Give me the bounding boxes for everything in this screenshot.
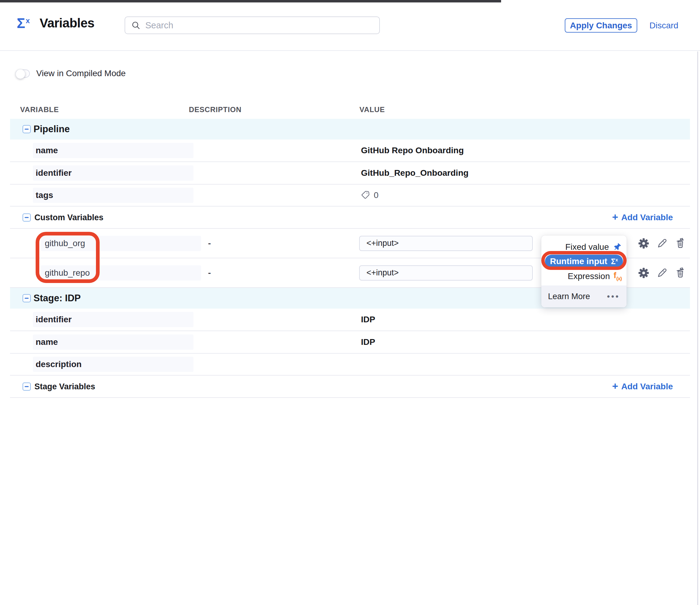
menu-item-expression[interactable]: Expression f(x) [568,270,622,283]
add-variable-label: Add Variable [621,212,673,222]
pencil-icon [656,237,668,249]
add-variable-button[interactable]: + Add Variable [612,212,673,222]
column-header-value: VALUE [359,105,385,114]
delete-button[interactable] [674,237,686,250]
compiled-mode-toggle[interactable] [16,70,30,78]
variable-name-chip: github_org [41,236,201,251]
edit-button[interactable] [656,267,668,279]
apply-changes-button[interactable]: Apply Changes [565,18,637,32]
variable-value: IDP [361,337,375,347]
row-tags: tags 0 [10,184,690,206]
trash-icon [674,267,686,279]
menu-item-fixed-value[interactable]: Fixed value [565,241,622,254]
tag-icon [360,190,371,200]
gear-icon [638,237,650,250]
add-variable-button[interactable]: + Add Variable [612,382,673,392]
variable-name-chip: github_repo [41,265,201,281]
page-title: Variables [40,16,95,30]
toggle-knob [16,69,25,79]
search-input[interactable] [145,20,373,30]
brand: Σx Variables [17,16,95,30]
trash-icon [674,237,686,249]
variable-description: - [208,268,211,278]
row-pipeline: Pipeline [10,119,690,140]
gear-icon [638,267,650,279]
settings-button[interactable] [638,237,650,250]
learn-more-link[interactable]: Learn More [548,292,590,301]
panel-right-border [697,51,698,605]
settings-button[interactable] [638,267,650,279]
tags-value: 0 [360,190,379,200]
section-label: Pipeline [33,124,70,135]
fx-icon: f(x) [614,271,622,282]
variables-panel: Σx Variables Apply Changes Discard View … [0,0,700,605]
variable-value: IDP [361,315,375,324]
collapse-icon[interactable] [23,213,31,222]
variable-value: GitHub Repo Onboarding [361,146,464,155]
pushpin-icon [612,243,622,252]
row-custom-variables: Custom Variables + Add Variable [10,206,690,229]
minus-glyph [25,217,29,218]
variable-name-chip: description [33,357,194,372]
menu-item-runtime-input[interactable]: Runtime input Σx [545,255,623,268]
menu-footer: Learn More ••• [541,285,627,307]
runtime-input-field[interactable]: <+input> [359,236,533,251]
collapse-icon[interactable] [23,125,31,133]
variable-name-chip: tags [33,188,194,203]
variable-name-chip: name [33,143,194,158]
row-stage-name: name IDP [10,331,690,354]
menu-item-label: Expression [568,272,610,281]
edit-button[interactable] [656,237,668,250]
row-stage-description: description [10,354,690,376]
collapse-icon[interactable] [23,382,31,390]
column-header-description: DESCRIPTION [189,105,242,114]
minus-glyph [25,298,29,299]
sigma-x-icon: Σx [611,258,618,265]
plus-icon: + [612,381,618,391]
variable-value: GitHub_Repo_Onboarding [361,168,469,178]
pencil-icon [656,267,668,279]
collapse-icon[interactable] [23,294,31,303]
runtime-input-field[interactable]: <+input> [359,265,533,281]
subsection-label: Custom Variables [34,212,104,222]
menu-item-label: Runtime input [550,256,607,266]
variable-description: - [208,238,211,248]
menu-item-label: Fixed value [565,242,609,252]
search-icon [131,21,141,30]
minus-glyph [25,386,29,387]
minus-glyph [25,129,29,130]
variable-name-chip: identifier [33,312,194,327]
plus-icon: + [612,212,618,222]
tag-count: 0 [374,191,379,200]
sigma-x-icon: Σx [17,16,30,30]
header: Σx Variables Apply Changes Discard [0,0,700,51]
window-top-edge [0,0,501,2]
compiled-mode-row: View in Compiled Mode [16,67,700,80]
variable-name-chip: identifier [33,166,194,181]
row-stage-variables: Stage Variables + Add Variable [10,376,690,398]
column-header-variable: VARIABLE [20,105,59,114]
compiled-mode-label: View in Compiled Mode [36,69,126,78]
ellipsis-icon[interactable]: ••• [607,292,620,301]
variable-name-chip: name [33,334,194,350]
section-label: Stage: IDP [33,293,81,304]
row-stage-identifier: identifier IDP [10,309,690,331]
discard-button[interactable]: Discard [649,18,678,32]
row-name: name GitHub Repo Onboarding [10,140,690,162]
row-identifier: identifier GitHub_Repo_Onboarding [10,162,690,184]
add-variable-label: Add Variable [621,382,673,392]
table-header-row: VARIABLE DESCRIPTION VALUE [10,101,690,119]
delete-button[interactable] [674,267,686,279]
subsection-label: Stage Variables [34,382,95,391]
search-box[interactable] [125,17,380,34]
value-type-menu: Fixed value Runtime input Σx Expression … [541,235,627,307]
